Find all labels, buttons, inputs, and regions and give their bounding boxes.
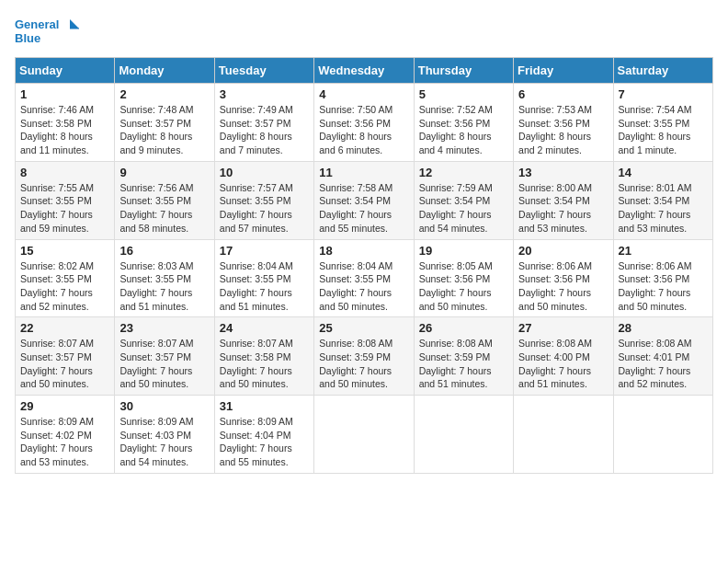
daylight-label: Daylight: 8 hours and 4 minutes. [419, 131, 492, 155]
day-number: 31 [220, 399, 309, 413]
day-info: Sunrise: 7:55 AM Sunset: 3:55 PM Dayligh… [20, 181, 109, 236]
sunset-label: Sunset: 3:54 PM [419, 195, 491, 206]
sunset-label: Sunset: 3:55 PM [220, 195, 291, 206]
sunset-label: Sunset: 3:55 PM [119, 273, 191, 284]
day-cell [514, 396, 613, 474]
day-info: Sunrise: 8:08 AM Sunset: 3:59 PM Dayligh… [419, 337, 508, 391]
sunset-label: Sunset: 3:56 PM [419, 273, 491, 284]
day-cell: 17 Sunrise: 8:04 AM Sunset: 3:55 PM Dayl… [214, 239, 313, 317]
day-number: 20 [518, 244, 608, 258]
header-saturday: Saturday [613, 58, 712, 84]
sunrise-label: Sunrise: 8:06 AM [619, 260, 692, 271]
day-number: 12 [419, 166, 508, 179]
day-number: 2 [119, 87, 209, 101]
day-info: Sunrise: 8:08 AM Sunset: 3:59 PM Dayligh… [319, 337, 408, 391]
sunset-label: Sunset: 3:55 PM [319, 273, 391, 284]
daylight-label: Daylight: 7 hours and 50 minutes. [319, 365, 392, 390]
sunset-label: Sunset: 3:57 PM [119, 351, 191, 362]
day-cell: 24 Sunrise: 8:07 AM Sunset: 3:58 PM Dayl… [214, 317, 313, 396]
daylight-label: Daylight: 7 hours and 58 minutes. [119, 209, 192, 234]
day-info: Sunrise: 8:06 AM Sunset: 3:56 PM Dayligh… [619, 259, 708, 314]
sunset-label: Sunset: 3:54 PM [619, 195, 690, 206]
sunset-label: Sunset: 3:56 PM [419, 118, 491, 129]
sunrise-label: Sunrise: 7:55 AM [20, 182, 94, 193]
day-info: Sunrise: 8:01 AM Sunset: 3:54 PM Dayligh… [619, 181, 708, 236]
daylight-label: Daylight: 7 hours and 50 minutes. [319, 287, 392, 312]
daylight-label: Daylight: 7 hours and 57 minutes. [220, 209, 292, 234]
sunrise-label: Sunrise: 7:54 AM [619, 104, 692, 115]
day-cell [314, 396, 414, 474]
day-info: Sunrise: 8:07 AM Sunset: 3:58 PM Dayligh… [220, 337, 309, 391]
day-info: Sunrise: 8:04 AM Sunset: 3:55 PM Dayligh… [220, 259, 309, 314]
sunrise-label: Sunrise: 7:52 AM [419, 104, 493, 115]
sunrise-label: Sunrise: 8:09 AM [119, 416, 193, 427]
day-cell: 18 Sunrise: 8:04 AM Sunset: 3:55 PM Dayl… [314, 239, 414, 317]
sunset-label: Sunset: 3:55 PM [20, 273, 92, 284]
header-thursday: Thursday [414, 58, 513, 84]
header-monday: Monday [115, 58, 214, 84]
sunset-label: Sunset: 3:57 PM [20, 351, 92, 362]
sunset-label: Sunset: 3:55 PM [20, 195, 92, 206]
week-row-3: 15 Sunrise: 8:02 AM Sunset: 3:55 PM Dayl… [16, 239, 713, 317]
day-info: Sunrise: 8:08 AM Sunset: 4:00 PM Dayligh… [518, 337, 608, 391]
day-number: 23 [119, 321, 209, 335]
day-cell: 9 Sunrise: 7:56 AM Sunset: 3:55 PM Dayli… [115, 161, 214, 239]
day-cell: 14 Sunrise: 8:01 AM Sunset: 3:54 PM Dayl… [613, 161, 712, 239]
day-info: Sunrise: 8:00 AM Sunset: 3:54 PM Dayligh… [518, 181, 608, 236]
day-number: 13 [518, 166, 608, 179]
sunrise-label: Sunrise: 8:08 AM [319, 338, 392, 349]
day-cell: 29 Sunrise: 8:09 AM Sunset: 4:02 PM Dayl… [16, 396, 115, 474]
day-info: Sunrise: 8:07 AM Sunset: 3:57 PM Dayligh… [119, 337, 209, 391]
day-cell: 21 Sunrise: 8:06 AM Sunset: 3:56 PM Dayl… [613, 239, 712, 317]
day-number: 22 [20, 321, 109, 335]
sunset-label: Sunset: 4:01 PM [619, 351, 690, 362]
day-info: Sunrise: 7:50 AM Sunset: 3:56 PM Dayligh… [319, 103, 408, 157]
daylight-label: Daylight: 7 hours and 50 minutes. [518, 287, 591, 312]
day-info: Sunrise: 8:09 AM Sunset: 4:02 PM Dayligh… [20, 415, 109, 469]
sunset-label: Sunset: 3:56 PM [518, 273, 590, 284]
day-cell: 12 Sunrise: 7:59 AM Sunset: 3:54 PM Dayl… [414, 161, 513, 239]
sunrise-label: Sunrise: 7:53 AM [518, 104, 592, 115]
sunset-label: Sunset: 3:59 PM [419, 351, 491, 362]
day-number: 10 [220, 166, 309, 179]
sunset-label: Sunset: 3:56 PM [518, 118, 590, 129]
daylight-label: Daylight: 7 hours and 51 minutes. [419, 365, 492, 390]
sunrise-label: Sunrise: 8:07 AM [119, 338, 193, 349]
day-number: 3 [220, 87, 309, 101]
sunrise-label: Sunrise: 7:58 AM [319, 182, 392, 193]
sunset-label: Sunset: 3:55 PM [619, 118, 690, 129]
daylight-label: Daylight: 7 hours and 53 minutes. [518, 209, 591, 234]
daylight-label: Daylight: 7 hours and 59 minutes. [20, 209, 93, 234]
day-cell: 1 Sunrise: 7:46 AM Sunset: 3:58 PM Dayli… [16, 84, 115, 162]
day-info: Sunrise: 7:56 AM Sunset: 3:55 PM Dayligh… [119, 181, 209, 236]
day-number: 14 [619, 166, 708, 179]
day-number: 25 [319, 321, 408, 335]
sunrise-label: Sunrise: 8:04 AM [220, 260, 293, 271]
sunrise-label: Sunrise: 7:46 AM [20, 104, 94, 115]
day-number: 26 [419, 321, 508, 335]
daylight-label: Daylight: 8 hours and 7 minutes. [220, 131, 292, 155]
day-cell: 26 Sunrise: 8:08 AM Sunset: 3:59 PM Dayl… [414, 317, 513, 396]
sunrise-label: Sunrise: 8:07 AM [220, 338, 293, 349]
day-info: Sunrise: 8:04 AM Sunset: 3:55 PM Dayligh… [319, 259, 408, 314]
day-number: 6 [518, 87, 608, 101]
header-tuesday: Tuesday [214, 58, 313, 84]
sunset-label: Sunset: 3:54 PM [319, 195, 391, 206]
sunset-label: Sunset: 4:02 PM [20, 430, 92, 441]
sunset-label: Sunset: 4:04 PM [220, 430, 291, 441]
sunset-label: Sunset: 3:59 PM [319, 351, 391, 362]
day-info: Sunrise: 7:58 AM Sunset: 3:54 PM Dayligh… [319, 181, 408, 236]
daylight-label: Daylight: 7 hours and 53 minutes. [20, 442, 93, 467]
day-number: 1 [20, 87, 109, 101]
week-row-4: 22 Sunrise: 8:07 AM Sunset: 3:57 PM Dayl… [16, 317, 713, 396]
day-number: 21 [619, 244, 708, 258]
daylight-label: Daylight: 7 hours and 51 minutes. [518, 365, 591, 390]
sunset-label: Sunset: 3:55 PM [220, 273, 291, 284]
day-cell: 20 Sunrise: 8:06 AM Sunset: 3:56 PM Dayl… [514, 239, 613, 317]
day-cell: 25 Sunrise: 8:08 AM Sunset: 3:59 PM Dayl… [314, 317, 414, 396]
day-number: 19 [419, 244, 508, 258]
day-number: 9 [119, 166, 209, 179]
day-info: Sunrise: 7:49 AM Sunset: 3:57 PM Dayligh… [220, 103, 309, 157]
daylight-label: Daylight: 7 hours and 52 minutes. [619, 365, 691, 390]
sunrise-label: Sunrise: 8:08 AM [419, 338, 493, 349]
